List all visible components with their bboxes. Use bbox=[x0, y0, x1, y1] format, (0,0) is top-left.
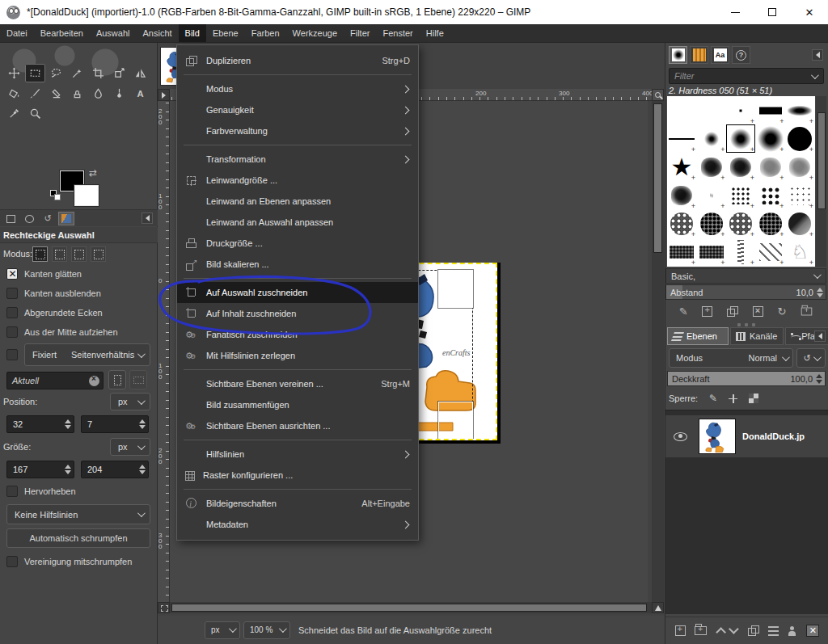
new-brush-icon[interactable] bbox=[702, 306, 712, 317]
brush-swatch[interactable] bbox=[667, 124, 696, 153]
selection-handle-bottom-right[interactable] bbox=[438, 402, 473, 440]
size-height-spinner[interactable]: 204 bbox=[81, 461, 149, 478]
menubar-item-filter[interactable]: Filter bbox=[344, 24, 376, 42]
expand-from-center-checkbox[interactable] bbox=[6, 326, 18, 338]
clone-tool-icon[interactable] bbox=[67, 84, 87, 103]
autoshrink-button[interactable]: Automatisch schrumpfen bbox=[6, 528, 150, 548]
brush-swatch[interactable] bbox=[667, 96, 696, 124]
brush-group-dropdown[interactable]: Basic, bbox=[665, 268, 826, 284]
brush-swatch[interactable] bbox=[756, 124, 785, 153]
brushes-tab[interactable] bbox=[669, 46, 687, 64]
menubar-item-auswahl[interactable]: Auswahl bbox=[90, 24, 137, 42]
anchor-layer-icon[interactable] bbox=[788, 626, 797, 636]
menu-item-bild-skalieren[interactable]: Bild skalieren ... bbox=[177, 254, 418, 275]
free-select-tool-icon[interactable] bbox=[46, 64, 66, 82]
brush-swatch[interactable] bbox=[785, 124, 814, 153]
duplicate-brush-icon[interactable] bbox=[727, 306, 738, 317]
brush-swatch[interactable] bbox=[726, 238, 755, 266]
layer-mode-dropdown[interactable]: Modus Normal bbox=[669, 348, 793, 368]
brush-swatch[interactable] bbox=[697, 124, 726, 153]
menu-item-duplizieren[interactable]: DuplizierenStrg+D bbox=[177, 50, 418, 71]
layer-row[interactable]: DonaldDuck.jp bbox=[665, 415, 828, 457]
collapse-dock-button[interactable] bbox=[814, 330, 826, 342]
landscape-button[interactable] bbox=[129, 370, 147, 389]
eraser-tool-icon[interactable] bbox=[46, 84, 66, 103]
rounded-corners-checkbox[interactable] bbox=[6, 307, 18, 318]
minimize-button[interactable] bbox=[716, 0, 754, 24]
background-color-swatch[interactable] bbox=[74, 185, 99, 206]
brush-swatch[interactable] bbox=[785, 96, 814, 124]
lower-layer-icon[interactable] bbox=[729, 624, 739, 634]
lock-alpha-icon[interactable] bbox=[749, 394, 758, 403]
zoom-tool-icon[interactable] bbox=[25, 104, 45, 123]
menu-item-bild-zusammenfügen[interactable]: Bild zusammenfügen bbox=[177, 394, 418, 415]
menu-item-leinwand-an-auswahl-anpassen[interactable]: Leinwand an Auswahl anpassen bbox=[177, 212, 418, 233]
menu-item-sichtbare-ebenen-vereinen[interactable]: Sichtbare Ebenen vereinen ...Strg+M bbox=[177, 373, 418, 394]
ruler-corner-menu-button[interactable] bbox=[158, 89, 170, 101]
spinner-arrows-icon[interactable] bbox=[65, 419, 71, 429]
fixed-checkbox[interactable] bbox=[6, 349, 18, 360]
menubar-item-bearbeiten[interactable]: Bearbeiten bbox=[34, 24, 90, 42]
spinner-arrows-icon[interactable] bbox=[139, 465, 146, 474]
channels-tab[interactable]: Kanäle bbox=[730, 327, 784, 345]
paintbrush-tool-icon[interactable] bbox=[25, 84, 45, 103]
position-y-spinner[interactable]: 7 bbox=[81, 415, 149, 433]
merge-layer-icon[interactable] bbox=[768, 626, 779, 636]
guides-dropdown[interactable]: Keine Hilfslinien bbox=[6, 504, 150, 524]
unified-transform-tool-icon[interactable] bbox=[109, 64, 129, 82]
new-layer-icon[interactable] bbox=[675, 625, 686, 636]
menu-item-transformation[interactable]: Transformation bbox=[177, 149, 418, 170]
mode-intersect-button[interactable] bbox=[91, 246, 106, 262]
paths-tool-icon[interactable] bbox=[109, 84, 129, 103]
close-button[interactable]: ✕ bbox=[791, 0, 828, 24]
menu-item-druckgröße[interactable]: Druckgröße ... bbox=[177, 233, 418, 254]
patterns-tab[interactable] bbox=[690, 46, 708, 64]
color-picker-tool-icon[interactable] bbox=[4, 104, 24, 123]
brush-swatch[interactable] bbox=[726, 209, 755, 238]
vertical-scrollbar[interactable] bbox=[652, 89, 664, 602]
lock-pixels-icon[interactable]: ✎ bbox=[709, 393, 717, 404]
brush-swatch[interactable] bbox=[697, 181, 726, 209]
lock-position-icon[interactable] bbox=[729, 394, 737, 403]
vertical-scrollbar-thumb[interactable] bbox=[653, 103, 662, 253]
zoom-level-dropdown[interactable]: 100 % bbox=[243, 621, 290, 639]
brush-swatch[interactable] bbox=[785, 209, 814, 238]
brush-swatch[interactable] bbox=[667, 209, 696, 238]
smudge-tool-icon[interactable] bbox=[88, 84, 108, 103]
fonts-tab[interactable]: Aa bbox=[711, 46, 729, 64]
menu-item-bildeigenschaften[interactable]: BildeigenschaftenAlt+Eingabe bbox=[177, 493, 418, 514]
opacity-slider[interactable]: Deckkraft 100,0 bbox=[667, 371, 826, 386]
raise-layer-icon[interactable] bbox=[716, 627, 726, 638]
spinner-arrows-icon[interactable] bbox=[817, 288, 823, 297]
feather-checkbox[interactable] bbox=[6, 288, 18, 299]
brush-swatch[interactable] bbox=[726, 96, 755, 124]
fixed-aspect-dropdown[interactable]: Fixiert Seitenverhältnis bbox=[24, 343, 150, 366]
layers-tab[interactable]: Ebenen bbox=[667, 327, 729, 345]
menubar-item-ebene[interactable]: Ebene bbox=[206, 24, 245, 42]
shrink-merged-checkbox[interactable] bbox=[6, 556, 18, 567]
menu-item-leinwand-an-ebenen-anpassen[interactable]: Leinwand an Ebenen anpassen bbox=[177, 191, 418, 212]
swap-colors-icon[interactable]: ⇄ bbox=[89, 167, 97, 179]
brush-swatch[interactable] bbox=[726, 124, 755, 153]
brush-scrollbar-thumb[interactable] bbox=[817, 112, 826, 209]
delete-brush-icon[interactable] bbox=[753, 306, 763, 317]
position-x-spinner[interactable]: 32 bbox=[6, 415, 74, 433]
brush-swatch[interactable] bbox=[785, 181, 814, 209]
clear-icon[interactable] bbox=[89, 376, 99, 386]
mode-subtract-button[interactable] bbox=[71, 246, 87, 262]
spinner-arrows-icon[interactable] bbox=[65, 465, 71, 474]
brush-swatch[interactable]: ★ bbox=[667, 153, 696, 181]
highlight-checkbox[interactable] bbox=[6, 486, 18, 497]
size-width-spinner[interactable]: 167 bbox=[6, 461, 74, 478]
menu-item-modus[interactable]: Modus bbox=[177, 78, 418, 99]
collapse-dock-button[interactable] bbox=[142, 213, 153, 224]
menubar-item-farben[interactable]: Farben bbox=[245, 24, 286, 42]
menu-item-fanatisch-zuschneiden[interactable]: Fanatisch zuschneiden bbox=[177, 324, 418, 345]
menubar-item-datei[interactable]: Datei bbox=[0, 24, 34, 42]
quick-mask-button[interactable] bbox=[158, 602, 170, 613]
text-tool-icon[interactable]: A bbox=[130, 84, 150, 103]
bucket-fill-tool-icon[interactable] bbox=[4, 84, 24, 103]
menu-item-farbverwaltung[interactable]: Farbverwaltung bbox=[177, 120, 418, 141]
brush-swatch[interactable] bbox=[667, 238, 696, 266]
menubar-item-fenster[interactable]: Fenster bbox=[376, 24, 419, 42]
